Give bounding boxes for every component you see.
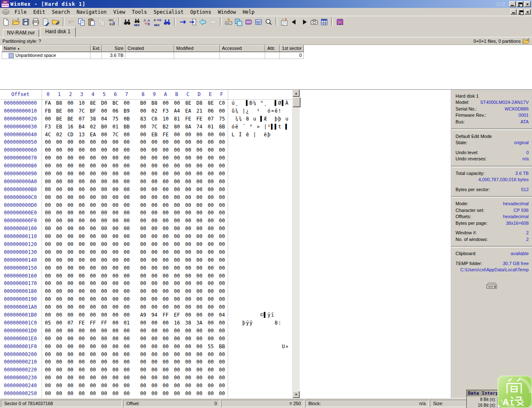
menu-item-help[interactable]: Help — [239, 9, 258, 15]
find-text-button[interactable] — [122, 17, 132, 27]
row-cell[interactable] — [91, 52, 102, 59]
hex-chars[interactable] — [232, 233, 289, 241]
minimize-button[interactable] — [509, 1, 516, 7]
prev-sector-button[interactable] — [289, 17, 299, 27]
hex-bytes[interactable]: 00 BE BE 07 38 04 75 0B 83 C6 10 81 FE F… — [45, 115, 225, 123]
hex-bytes[interactable]: 00 00 00 00 00 00 00 00 00 00 00 00 00 0… — [45, 327, 225, 335]
col-header-attr[interactable]: Attr. — [265, 45, 280, 52]
calculator-button[interactable] — [254, 17, 264, 27]
hex-chars[interactable]: ¾¾ 8 u ▌Æ þþ u — [232, 115, 289, 123]
hex-chars[interactable] — [232, 256, 289, 264]
screenshot-button[interactable] — [309, 17, 319, 27]
hex-chars[interactable] — [232, 202, 289, 209]
mdi-restore-button[interactable] — [517, 9, 524, 15]
hex-bytes[interactable]: 00 00 00 00 00 00 00 00 A9 94 FF EF 00 0… — [45, 311, 225, 319]
menu-item-window[interactable]: Window — [214, 9, 239, 15]
hex-chars[interactable] — [232, 382, 289, 390]
replace-hex-button[interactable]: ABHEX — [152, 17, 162, 27]
new-file-button[interactable] — [1, 17, 11, 27]
hex-bytes[interactable]: 00 00 00 00 00 00 00 00 00 00 00 00 00 0… — [45, 178, 225, 186]
mdi-close-button[interactable]: × — [525, 9, 531, 15]
hex-chars[interactable] — [232, 217, 289, 225]
hex-bytes[interactable]: 00 00 00 00 00 00 00 00 00 00 00 00 00 0… — [45, 264, 225, 272]
hex-bytes[interactable]: 4C 02 CD 13 EA 00 7C 00 00 EB FE 00 00 0… — [45, 131, 225, 139]
copy-button[interactable] — [76, 17, 86, 27]
hex-bytes[interactable]: 00 00 00 00 00 00 00 00 00 00 00 00 00 0… — [45, 374, 225, 382]
hex-chars[interactable] — [232, 225, 289, 233]
hex-chars[interactable] — [232, 248, 289, 256]
menu-item-search[interactable]: Search — [49, 9, 73, 15]
find-hex-button[interactable]: HEX — [132, 17, 142, 27]
open-folder-icon[interactable] — [522, 38, 530, 44]
hex-chars[interactable] — [232, 295, 289, 303]
hex-chars[interactable] — [232, 390, 289, 398]
convert-button[interactable]: 101010 — [106, 17, 116, 27]
hex-chars[interactable]: L Í ê | ëþ — [232, 131, 289, 139]
hex-chars[interactable]: ©▌ÿï — [232, 311, 289, 319]
goto-offset-button[interactable] — [188, 17, 198, 27]
hex-bytes[interactable]: FB BE 00 7C BF 00 06 B9 00 02 F3 A4 EA 2… — [45, 107, 225, 115]
hex-bytes[interactable]: 00 00 00 00 00 00 00 00 00 00 00 00 00 0… — [45, 194, 225, 202]
col-header-modified[interactable]: Modified — [174, 45, 220, 52]
row-name-cell[interactable]: Unpartitioned space — [2, 52, 91, 59]
undo-button[interactable] — [66, 17, 76, 27]
hex-chars[interactable]: óë ´ ° » |²▌▌t ▌ — [232, 123, 289, 131]
hex-chars[interactable] — [232, 374, 289, 382]
close-button[interactable]: × — [524, 1, 531, 7]
hex-bytes[interactable]: 00 00 00 00 00 00 00 00 00 00 00 00 00 0… — [45, 288, 225, 295]
hex-chars[interactable] — [232, 194, 289, 202]
hex-chars[interactable] — [232, 288, 289, 295]
hex-chars[interactable] — [232, 138, 289, 146]
hex-bytes[interactable]: 00 00 00 00 00 00 00 00 00 00 00 00 00 0… — [45, 295, 225, 303]
col-header-name[interactable]: Name▲ — [2, 45, 91, 52]
hex-chars[interactable] — [232, 154, 289, 162]
hex-bytes[interactable]: 00 00 00 00 00 00 00 00 00 00 00 00 00 0… — [45, 233, 225, 241]
hex-chars[interactable] — [232, 335, 289, 343]
hex-bytes[interactable]: FA B8 00 10 8E D0 BC 00 B0 B8 00 00 8E D… — [45, 99, 225, 107]
replace-text-button[interactable]: AB — [142, 17, 152, 27]
hex-bytes[interactable]: F3 EB 16 B4 02 B0 01 BB 00 7C B2 80 8A 7… — [45, 123, 225, 131]
verify-button[interactable]: ✓✗ — [279, 17, 289, 27]
col-header-created[interactable]: Created — [126, 45, 174, 52]
hex-bytes[interactable]: 00 00 00 00 00 00 00 00 00 00 00 00 00 0… — [45, 248, 225, 256]
hex-chars[interactable] — [232, 303, 289, 311]
col-header-size[interactable]: Size — [102, 45, 126, 52]
copy-block-button[interactable] — [96, 17, 106, 27]
menu-item-tools[interactable]: Tools — [128, 9, 150, 15]
hex-chars[interactable] — [232, 366, 289, 374]
find-again-button[interactable] — [162, 17, 172, 27]
hex-bytes[interactable]: 00 00 00 00 00 00 00 00 00 00 00 00 00 0… — [45, 390, 225, 398]
hex-bytes[interactable]: 00 00 00 00 00 00 00 00 00 00 00 00 00 0… — [45, 209, 225, 217]
hex-bytes[interactable]: 00 00 00 00 00 00 00 00 00 00 00 00 00 0… — [45, 366, 225, 374]
hex-chars[interactable]: U» — [232, 343, 289, 351]
hex-bytes[interactable]: 00 00 00 00 00 00 00 00 00 00 00 00 00 0… — [45, 170, 225, 178]
scroll-up-button[interactable]: ▲ — [293, 90, 300, 97]
scroll-down-button[interactable]: ▼ — [293, 391, 300, 398]
hex-bytes[interactable]: 00 00 00 00 00 00 00 00 00 00 00 00 00 0… — [45, 358, 225, 366]
row-cell[interactable]: 3.6 TB — [102, 52, 126, 59]
hex-bytes[interactable]: 00 00 00 00 00 00 00 00 00 00 00 00 00 0… — [45, 217, 225, 225]
hex-bytes[interactable]: 00 00 00 00 00 00 00 00 00 00 00 00 00 0… — [45, 303, 225, 311]
hex-bytes[interactable]: 00 00 00 00 00 00 00 00 00 00 00 00 00 0… — [45, 256, 225, 264]
row-cell[interactable] — [220, 52, 265, 59]
tab-hard-disk-1[interactable]: Hard disk 1 — [40, 27, 76, 37]
col-header-1st-sector[interactable]: 1st sector — [280, 45, 304, 52]
hex-bytes[interactable]: 00 00 00 00 00 00 00 00 00 00 00 00 00 0… — [45, 162, 225, 170]
hex-chars[interactable] — [232, 272, 289, 280]
next-sector-button[interactable] — [299, 17, 309, 27]
hex-chars[interactable]: þÿÿ 8: — [232, 319, 289, 327]
folder-edit-button[interactable] — [51, 17, 61, 27]
hex-chars[interactable] — [232, 162, 289, 170]
menu-item-options[interactable]: Options — [187, 9, 215, 15]
hex-chars[interactable]: ú¸ ▌Ð¼ °¸ ▌Ø▌À — [232, 99, 289, 107]
clone-disk-button[interactable] — [234, 17, 244, 27]
table-row[interactable]: Unpartitioned space3.6 TB0 — [2, 52, 532, 59]
hex-chars[interactable] — [232, 178, 289, 186]
hex-chars[interactable] — [232, 186, 289, 194]
hex-bytes[interactable]: 00 00 00 00 00 00 00 00 00 00 00 00 00 0… — [45, 138, 225, 146]
hex-chars[interactable] — [232, 209, 289, 217]
open-ram-button[interactable] — [244, 17, 254, 27]
hex-chars[interactable] — [232, 280, 289, 288]
hex-chars[interactable] — [232, 327, 289, 335]
mdi-minimize-button[interactable] — [510, 9, 517, 15]
